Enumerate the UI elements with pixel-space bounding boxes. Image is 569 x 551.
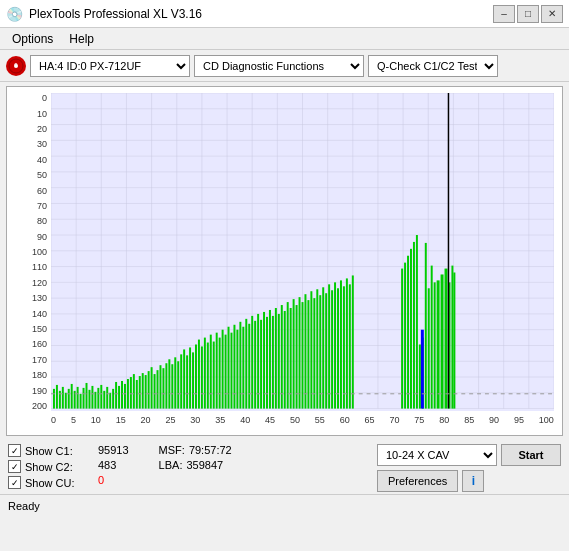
- status-text: Ready: [8, 500, 40, 512]
- msf-lba-section: MSF: 79:57:72 LBA: 359847: [159, 444, 232, 492]
- svg-rect-50: [68, 389, 70, 409]
- values-section: 95913 483 0: [98, 444, 129, 492]
- cu-row: Show CU:: [8, 476, 88, 489]
- close-button[interactable]: ✕: [541, 5, 563, 23]
- svg-rect-87: [177, 361, 179, 408]
- speed-select[interactable]: 10-24 X CAV 4-8 X CAV 1-4 X CAV: [377, 444, 497, 466]
- svg-rect-98: [210, 335, 212, 409]
- svg-rect-92: [192, 352, 194, 408]
- svg-rect-105: [231, 333, 233, 409]
- svg-rect-130: [304, 294, 306, 408]
- svg-rect-57: [88, 390, 90, 409]
- speed-start-row: 10-24 X CAV 4-8 X CAV 1-4 X CAV Start: [377, 444, 561, 466]
- menu-help[interactable]: Help: [61, 30, 102, 48]
- svg-rect-115: [260, 320, 262, 409]
- lba-row: LBA: 359847: [159, 459, 232, 471]
- svg-rect-79: [154, 374, 156, 409]
- svg-rect-80: [157, 370, 159, 408]
- show-cu-checkbox[interactable]: [8, 476, 21, 489]
- svg-rect-86: [174, 357, 176, 408]
- svg-rect-161: [445, 269, 448, 409]
- svg-rect-64: [109, 393, 111, 409]
- preferences-button[interactable]: Preferences: [377, 470, 458, 492]
- info-button[interactable]: i: [462, 470, 484, 492]
- svg-rect-119: [272, 316, 274, 409]
- svg-rect-69: [124, 384, 126, 409]
- start-button[interactable]: Start: [501, 444, 561, 466]
- svg-rect-101: [219, 338, 221, 409]
- svg-rect-102: [222, 330, 224, 409]
- show-c1-checkbox[interactable]: [8, 444, 21, 457]
- svg-rect-88: [180, 354, 182, 408]
- svg-rect-93: [195, 344, 197, 408]
- svg-rect-107: [236, 330, 238, 409]
- device-select[interactable]: HA:4 ID:0 PX-712UF: [30, 55, 190, 77]
- test-select[interactable]: Q-Check C1/C2 Test: [368, 55, 498, 77]
- svg-rect-126: [293, 299, 295, 408]
- svg-rect-155: [425, 243, 427, 409]
- svg-rect-78: [151, 367, 153, 408]
- svg-rect-164: [453, 272, 455, 408]
- stats-container: Show C1: Show C2: Show CU: 95913 483 0 M…: [0, 440, 569, 494]
- svg-rect-132: [310, 291, 312, 408]
- svg-rect-137: [325, 293, 327, 408]
- msf-value: 79:57:72: [189, 444, 232, 456]
- menu-options[interactable]: Options: [4, 30, 61, 48]
- svg-rect-135: [319, 295, 321, 408]
- svg-rect-82: [162, 368, 164, 408]
- lba-label: LBA:: [159, 459, 183, 471]
- c2-row: Show C2:: [8, 460, 88, 473]
- svg-rect-61: [100, 385, 102, 409]
- blue-bar: [421, 330, 424, 409]
- svg-rect-94: [198, 340, 200, 409]
- svg-rect-56: [86, 383, 88, 409]
- svg-rect-151: [413, 242, 415, 409]
- svg-rect-62: [103, 391, 105, 409]
- chart-x-axis: 0 5 10 15 20 25 30 35 40 45 50 55 60 65 …: [51, 411, 554, 435]
- c2-label: Show C2:: [25, 461, 73, 473]
- show-c2-checkbox[interactable]: [8, 460, 21, 473]
- svg-rect-53: [77, 387, 79, 409]
- svg-rect-138: [328, 284, 330, 408]
- svg-rect-128: [299, 297, 301, 408]
- function-select[interactable]: CD Diagnostic Functions: [194, 55, 364, 77]
- svg-rect-73: [136, 380, 138, 409]
- svg-rect-54: [80, 394, 82, 409]
- prefs-info-row: Preferences i: [377, 470, 561, 492]
- maximize-button[interactable]: □: [517, 5, 539, 23]
- svg-rect-95: [201, 346, 203, 408]
- svg-rect-104: [228, 327, 230, 409]
- app-icon: 💿: [6, 6, 23, 22]
- svg-rect-65: [112, 389, 114, 409]
- svg-rect-149: [407, 256, 409, 409]
- svg-rect-63: [106, 387, 108, 409]
- svg-rect-49: [65, 393, 67, 409]
- title-bar-controls: – □ ✕: [493, 5, 563, 23]
- svg-rect-48: [62, 387, 64, 409]
- svg-rect-81: [159, 365, 161, 408]
- menu-bar: Options Help: [0, 28, 569, 50]
- svg-rect-150: [410, 249, 412, 409]
- svg-rect-60: [97, 388, 99, 409]
- c1-label: Show C1:: [25, 445, 73, 457]
- c1-bars: [53, 235, 455, 409]
- svg-rect-75: [142, 373, 144, 409]
- svg-rect-108: [239, 322, 241, 409]
- right-controls-section: 10-24 X CAV 4-8 X CAV 1-4 X CAV Start Pr…: [377, 444, 561, 492]
- minimize-button[interactable]: –: [493, 5, 515, 23]
- svg-rect-153: [419, 344, 421, 408]
- svg-rect-84: [168, 359, 170, 408]
- svg-rect-46: [56, 385, 58, 409]
- svg-rect-148: [404, 263, 406, 409]
- chart-area: [51, 93, 554, 411]
- svg-rect-109: [242, 327, 244, 409]
- svg-rect-66: [115, 382, 117, 409]
- svg-rect-85: [171, 364, 173, 408]
- svg-rect-113: [254, 321, 256, 409]
- svg-rect-55: [83, 388, 85, 409]
- toolbar: ⚙ HA:4 ID:0 PX-712UF CD Diagnostic Funct…: [0, 50, 569, 82]
- svg-rect-117: [266, 317, 268, 409]
- svg-rect-72: [133, 374, 135, 409]
- svg-rect-100: [216, 333, 218, 409]
- svg-rect-136: [322, 287, 324, 408]
